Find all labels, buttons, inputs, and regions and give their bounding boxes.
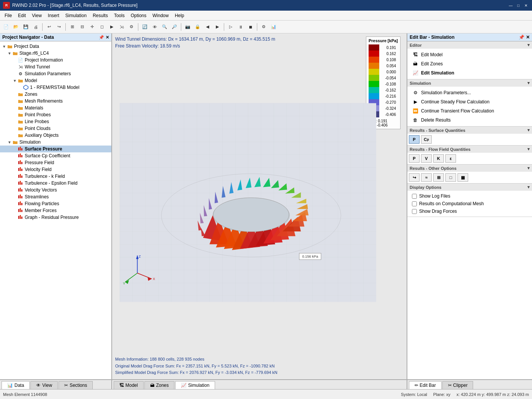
menu-item-simulation[interactable]: Simulation	[62, 12, 90, 19]
toolbar-open[interactable]: 📂	[11, 22, 21, 32]
tree-item-10[interactable]: Point Probes	[0, 111, 111, 118]
tree-item-4[interactable]: ⚙Simulation Parameters	[0, 70, 111, 77]
menu-item-results[interactable]: Results	[90, 12, 111, 19]
toolbar-chart[interactable]: 📊	[269, 22, 278, 32]
toolbar-select[interactable]: ▶	[107, 22, 116, 32]
other-options-header[interactable]: Results - Other Options ▾	[407, 165, 532, 172]
sim-params-item[interactable]: ⚙ Simulation Parameters...	[410, 88, 529, 97]
surface-cp-btn[interactable]: Cp	[421, 135, 432, 144]
tab-model[interactable]: 🏗 Model	[114, 381, 144, 389]
tab-data[interactable]: 📊 Data	[2, 381, 30, 389]
transient-flow-item[interactable]: ⏩ Continue Transient Flow Calculation	[410, 106, 529, 116]
tree-item-22[interactable]: Streamlines	[0, 193, 111, 200]
tree-item-19[interactable]: Turbulence - k Field	[0, 173, 111, 180]
steady-flow-item[interactable]: ▶ Continue Steady Flow Calculation	[410, 97, 529, 106]
toolbar-btn3[interactable]: ✛	[87, 22, 97, 32]
tree-item-11[interactable]: Line Probes	[0, 118, 111, 125]
panel-close-icon[interactable]: ✕	[106, 35, 109, 40]
flow-field-header[interactable]: Results - Flow Field Quantities ▾	[407, 146, 532, 153]
minimize-btn[interactable]: —	[508, 2, 514, 8]
toolbar-view[interactable]: 👁	[150, 22, 159, 32]
other-btn3[interactable]: ⊞	[433, 173, 444, 182]
show-drag-forces-checkbox[interactable]	[412, 209, 417, 214]
right-panel-close[interactable]: ✕	[526, 35, 530, 40]
tab-view[interactable]: 👁 View	[30, 381, 58, 389]
right-panel-pin[interactable]: 📌	[519, 35, 524, 40]
menu-item-help[interactable]: Help	[172, 12, 187, 19]
panel-pin[interactable]: 📌	[99, 35, 104, 40]
toolbar-print[interactable]: 🖨	[31, 22, 40, 32]
toolbar-lock[interactable]: 🔒	[193, 22, 202, 32]
menu-item-options[interactable]: Options	[128, 12, 149, 19]
toolbar-save[interactable]: 💾	[21, 22, 30, 32]
toolbar-sim1[interactable]: ▷	[226, 22, 235, 32]
tree-item-3[interactable]: 🌬Wind Tunnel	[0, 63, 111, 70]
surface-p-btn[interactable]: P	[409, 135, 420, 144]
toolbar-redo[interactable]: ↪	[54, 22, 63, 32]
tree-item-8[interactable]: Mesh Refinements	[0, 98, 111, 104]
results-comp-mesh-checkbox[interactable]	[412, 201, 417, 206]
surface-quantities-header[interactable]: Results - Surface Quantities ▾	[407, 127, 532, 134]
toolbar-rotate[interactable]: 🔄	[140, 22, 149, 32]
menu-item-view[interactable]: View	[29, 12, 45, 19]
tree-item-0[interactable]: ▼Project Data	[0, 43, 111, 50]
tree-item-15[interactable]: Surface Pressure	[0, 146, 111, 152]
menu-item-window[interactable]: Window	[149, 12, 172, 19]
toolbar-btn1[interactable]: ⊞	[68, 22, 77, 32]
viewport[interactable]: Wind Tunnel Dimensions: Dx = 1634.167 m,…	[112, 33, 407, 379]
flow-k-btn[interactable]: K	[433, 154, 444, 163]
tree-item-14[interactable]: ▼Simulation	[0, 139, 111, 146]
toolbar-arr2[interactable]: ▶	[213, 22, 222, 32]
toolbar-arr1[interactable]: ◀	[203, 22, 212, 32]
flow-e-btn[interactable]: ε	[445, 154, 456, 163]
tab-zones[interactable]: 🏔 Zones	[144, 381, 174, 389]
tab-simulation[interactable]: 📈 Simulation	[175, 381, 215, 389]
other-btn1[interactable]: ↪	[409, 173, 420, 182]
tab-editbar[interactable]: ✏ Edit Bar	[409, 381, 442, 389]
toolbar-wind[interactable]: 🌬	[117, 22, 126, 32]
show-log-files-checkbox[interactable]	[412, 194, 417, 199]
tree-item-7[interactable]: Zones	[0, 91, 111, 98]
tree-item-1[interactable]: ▼Stage.rf6_LC4	[0, 50, 111, 57]
tree-item-5[interactable]: ▼Model	[0, 77, 111, 84]
tree-item-16[interactable]: Surface Cp Coefficient	[0, 152, 111, 159]
tab-sections[interactable]: ✂ Sections	[59, 381, 93, 389]
tree-item-18[interactable]: Velocity Field	[0, 166, 111, 173]
close-btn[interactable]: ✕	[523, 2, 529, 8]
menu-item-file[interactable]: File	[2, 12, 15, 19]
edit-zones-item[interactable]: 🏔 Edit Zones	[410, 59, 529, 68]
flow-v-btn[interactable]: V	[421, 154, 432, 163]
tree-item-12[interactable]: Point Clouds	[0, 125, 111, 132]
tree-item-9[interactable]: Materials	[0, 104, 111, 111]
other-btn5[interactable]: ▦	[458, 173, 468, 182]
tree-item-6[interactable]: 1 - RFEM/RSTAB Model	[0, 84, 111, 91]
tree-item-23[interactable]: Flowing Particles	[0, 200, 111, 207]
menu-item-edit[interactable]: Edit	[15, 12, 29, 19]
toolbar-undo[interactable]: ↩	[44, 22, 54, 32]
other-btn2[interactable]: ≈	[421, 173, 432, 182]
toolbar-sim3[interactable]: ⏹	[246, 22, 255, 32]
toolbar-zoom-out[interactable]: 🔎	[170, 22, 179, 32]
tree-item-21[interactable]: Velocity Vectors	[0, 187, 111, 193]
menu-item-insert[interactable]: Insert	[45, 12, 62, 19]
toolbar-btn2[interactable]: ⊟	[78, 22, 87, 32]
toolbar-btn5[interactable]: ⚙	[127, 22, 136, 32]
toolbar-btn4[interactable]: ◻	[97, 22, 106, 32]
toolbar-camera[interactable]: 📷	[183, 22, 192, 32]
simulation-section-header[interactable]: Simulation ▾	[407, 79, 532, 87]
toolbar-sim2[interactable]: ⏸	[236, 22, 245, 32]
tree-item-17[interactable]: Pressure Field	[0, 159, 111, 166]
maximize-btn[interactable]: □	[515, 2, 521, 8]
tree-item-2[interactable]: 📄Project Information	[0, 57, 111, 63]
edit-model-item[interactable]: 🏗 Edit Model	[410, 50, 529, 59]
tree-item-13[interactable]: Auxiliary Objects	[0, 132, 111, 139]
toolbar-settings[interactable]: ⚙	[259, 22, 268, 32]
other-btn4[interactable]: □	[445, 173, 456, 182]
flow-p-btn[interactable]: P	[409, 154, 420, 163]
tab-clipper[interactable]: ✂ Clipper	[442, 381, 473, 389]
edit-simulation-item[interactable]: 📈 Edit Simulation	[410, 68, 529, 78]
delete-results-item[interactable]: 🗑 Delete Results	[410, 116, 529, 125]
display-options-header[interactable]: Display Options ▾	[407, 184, 532, 191]
toolbar-zoom-in[interactable]: 🔍	[160, 22, 169, 32]
tree-item-25[interactable]: Graph - Residual Pressure	[0, 214, 111, 221]
